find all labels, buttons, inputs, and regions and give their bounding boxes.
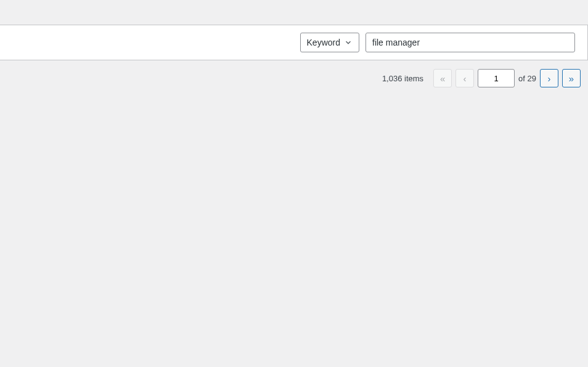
pager-next[interactable]: › xyxy=(540,69,558,87)
search-input[interactable] xyxy=(365,33,575,52)
pager-current-input[interactable] xyxy=(478,69,515,87)
pager: « ‹ of 29 › » xyxy=(433,69,581,87)
plugin-filter-bar: Keyword xyxy=(0,25,588,60)
pager-of: of 29 xyxy=(518,74,536,83)
pager-last[interactable]: » xyxy=(562,69,581,87)
results-count: 1,036 items xyxy=(382,74,423,83)
pager-prev: ‹ xyxy=(455,69,474,87)
search-type-label: Keyword xyxy=(307,38,340,47)
pager-bar: 1,036 items « ‹ of 29 › » xyxy=(0,60,588,96)
chevron-down-icon xyxy=(344,38,353,47)
search-type-select[interactable]: Keyword xyxy=(300,33,359,52)
pager-first: « xyxy=(433,69,452,87)
